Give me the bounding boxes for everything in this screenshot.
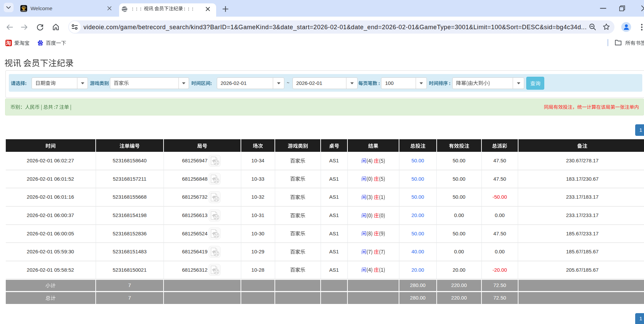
svg-text:du: du [39,43,42,45]
